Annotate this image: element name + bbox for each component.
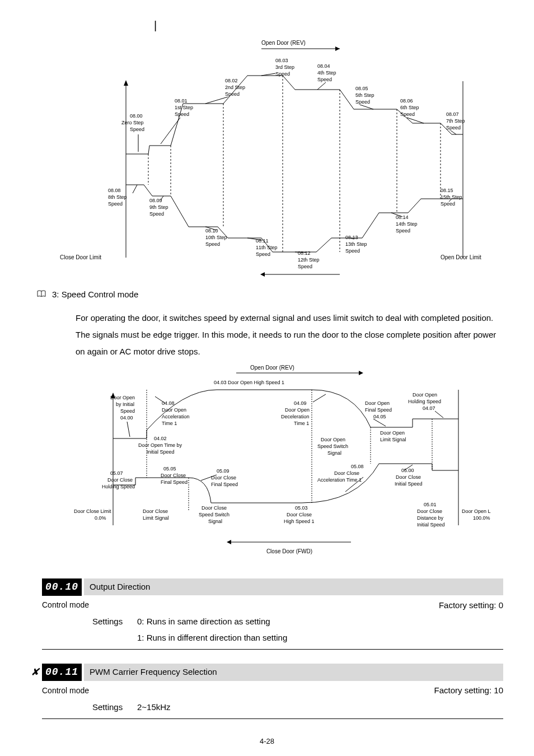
svg-text:2nd Step: 2nd Step xyxy=(225,85,245,90)
svg-text:Distance by: Distance by xyxy=(417,515,444,521)
svg-text:Door Open Limit: Door Open Limit xyxy=(462,508,491,514)
svg-text:Time 1: Time 1 xyxy=(162,421,177,426)
svg-text:Speed: Speed xyxy=(441,201,455,207)
open-door-rev-label: Open Door (REV) xyxy=(261,40,306,46)
svg-text:Speed: Speed xyxy=(275,71,290,77)
svg-text:Speed: Speed xyxy=(130,127,144,132)
svg-text:10th Step: 10th Step xyxy=(205,235,227,240)
svg-text:0.0%: 0.0% xyxy=(95,515,106,521)
svg-text:Speed: Speed xyxy=(298,264,312,269)
svg-text:Door Open Time by: Door Open Time by xyxy=(138,442,182,448)
svg-marker-160 xyxy=(227,540,231,544)
svg-text:08.06: 08.06 xyxy=(400,98,413,104)
svg-line-68 xyxy=(133,185,137,193)
svg-text:08.08: 08.08 xyxy=(108,188,121,193)
svg-text:Final Speed: Final Speed xyxy=(161,479,188,485)
settings-label: Settings xyxy=(92,615,137,628)
svg-text:Door Close: Door Close xyxy=(161,473,186,478)
control-mode-label: Control mode xyxy=(42,685,89,697)
param-title: PWM Carrier Frequency Selection xyxy=(84,664,503,681)
svg-text:Door Close: Door Close xyxy=(107,477,133,483)
note-description: For operating the door, it switches spee… xyxy=(76,310,503,360)
svg-text:08.07: 08.07 xyxy=(446,111,459,117)
svg-marker-79 xyxy=(260,272,265,277)
svg-text:08.11: 08.11 xyxy=(256,238,269,244)
svg-text:12th Step: 12th Step xyxy=(298,257,320,263)
svg-text:5th Step: 5th Step xyxy=(355,92,374,98)
svg-text:Final Speed: Final Speed xyxy=(365,407,392,413)
svg-marker-1 xyxy=(335,46,340,51)
svg-text:1st Step: 1st Step xyxy=(175,105,193,110)
svg-line-19 xyxy=(161,118,180,144)
svg-text:04.08: 04.08 xyxy=(162,400,175,406)
svg-line-103 xyxy=(155,396,165,403)
svg-text:7th Step: 7th Step xyxy=(446,118,465,124)
svg-text:Door Open: Door Open xyxy=(285,407,310,413)
svg-text:Open Door Limit: Open Door Limit xyxy=(441,254,481,260)
svg-text:Door Close: Door Close xyxy=(143,508,168,514)
svg-line-27 xyxy=(261,73,275,76)
divider xyxy=(42,718,503,719)
svg-line-111 xyxy=(313,394,326,402)
svg-text:3rd Step: 3rd Step xyxy=(275,64,294,70)
svg-text:11th Step: 11th Step xyxy=(256,245,278,250)
svg-text:Speed: Speed xyxy=(396,228,410,234)
svg-text:Signal: Signal xyxy=(327,450,341,456)
svg-text:9th Step: 9th Step xyxy=(149,204,168,210)
svg-text:Door Close: Door Close xyxy=(396,474,421,480)
svg-line-35 xyxy=(360,105,373,109)
svg-text:05.07: 05.07 xyxy=(110,470,123,476)
factory-setting: Factory setting: 10 xyxy=(434,684,503,697)
svg-marker-3 xyxy=(124,80,128,86)
svg-text:Door Close: Door Close xyxy=(287,512,312,517)
svg-text:05.03: 05.03 xyxy=(295,505,308,511)
svg-line-119 xyxy=(435,411,443,418)
settings-label: Settings xyxy=(92,701,137,714)
note-title: 3: Speed Control mode xyxy=(52,288,138,301)
svg-text:Speed: Speed xyxy=(355,99,370,105)
svg-text:08.05: 08.05 xyxy=(355,86,368,91)
control-mode-label: Control mode xyxy=(42,599,89,611)
svg-text:Door Open: Door Open xyxy=(110,395,135,400)
svg-text:Close Door (FWD): Close Door (FWD) xyxy=(266,548,312,554)
svg-text:Speed: Speed xyxy=(400,111,415,117)
svg-text:6th Step: 6th Step xyxy=(400,105,419,110)
svg-text:Speed: Speed xyxy=(225,91,240,97)
svg-text:8th Step: 8th Step xyxy=(108,194,127,200)
svg-text:Close Door Limit: Close Door Limit xyxy=(60,254,101,260)
svg-text:08.03: 08.03 xyxy=(275,58,288,63)
svg-line-31 xyxy=(317,82,326,90)
svg-text:08.15: 08.15 xyxy=(441,188,453,193)
svg-text:08.09: 08.09 xyxy=(149,198,162,203)
page-number: 4-28 xyxy=(31,736,503,747)
svg-text:Limit Signal: Limit Signal xyxy=(143,515,169,521)
svg-text:Holding Speed: Holding Speed xyxy=(102,484,135,489)
setting-option: 0: Runs in same direction as setting xyxy=(137,615,503,628)
svg-text:08.01: 08.01 xyxy=(175,98,188,104)
svg-text:08.00: 08.00 xyxy=(130,113,143,119)
svg-text:Speed: Speed xyxy=(345,248,360,254)
diagram-multistep: Open Door (REV) 08.00 Zero Step Speed 08… xyxy=(31,36,503,277)
svg-text:Door Open: Door Open xyxy=(380,430,405,436)
svg-text:05.01: 05.01 xyxy=(424,502,437,507)
svg-text:Speed: Speed xyxy=(120,408,135,414)
svg-text:Speed Switch: Speed Switch xyxy=(199,512,229,517)
svg-text:Door Close: Door Close xyxy=(202,505,227,511)
svg-text:4th Step: 4th Step xyxy=(317,70,336,76)
param-code: 00.10 xyxy=(42,578,82,596)
svg-text:Speed: Speed xyxy=(205,241,220,247)
svg-text:Door Open: Door Open xyxy=(321,437,345,442)
svg-text:High Speed 1: High Speed 1 xyxy=(284,519,315,524)
svg-text:08.13: 08.13 xyxy=(345,235,358,240)
svg-text:Initial Speed: Initial Speed xyxy=(147,449,175,455)
svg-text:Door Open: Door Open xyxy=(365,400,390,406)
svg-text:Door Close: Door Close xyxy=(334,470,359,476)
svg-text:Initial Speed: Initial Speed xyxy=(417,522,445,528)
svg-text:04.05: 04.05 xyxy=(373,414,386,419)
svg-text:05.05: 05.05 xyxy=(163,466,176,472)
divider xyxy=(42,649,503,650)
svg-text:Open Door (REV): Open Door (REV) xyxy=(250,365,294,371)
svg-line-115 xyxy=(373,419,386,426)
svg-text:08.12: 08.12 xyxy=(298,250,311,256)
svg-text:04.03  Door Open High Speed 1: 04.03 Door Open High Speed 1 xyxy=(214,380,284,385)
